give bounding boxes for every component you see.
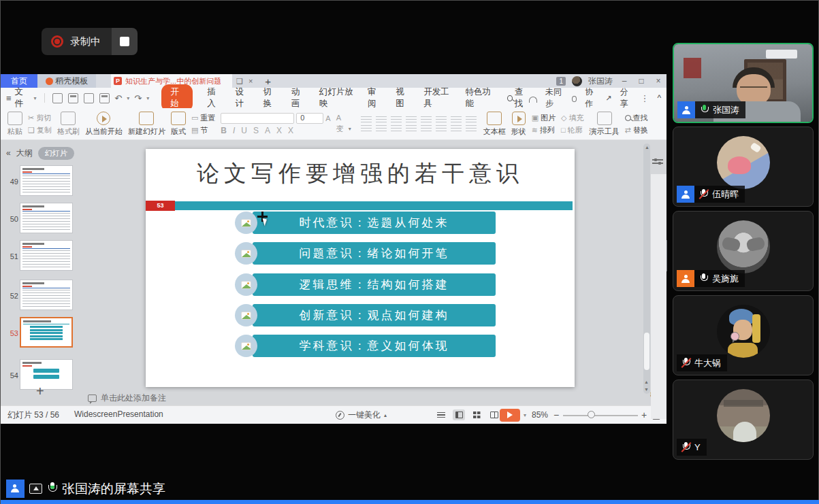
participant-tile-y[interactable]: Y: [673, 380, 814, 460]
font-size-input[interactable]: 0: [296, 113, 323, 124]
notes-bar[interactable]: 单击此处添加备注: [88, 392, 166, 404]
slide-thumbnail-53-selected[interactable]: [20, 317, 73, 348]
print-icon[interactable]: [84, 93, 94, 103]
outline-button[interactable]: □轮廓: [561, 125, 583, 135]
text-box-button[interactable]: 文本框: [483, 112, 506, 137]
superscript-button[interactable]: X: [276, 126, 282, 135]
paragraph-alignment-group[interactable]: [361, 116, 477, 132]
collapse-panel-icon[interactable]: «: [6, 148, 11, 158]
print-preview-icon[interactable]: [99, 93, 110, 103]
find-menu[interactable]: 查找: [507, 86, 530, 110]
shrink-font-icon[interactable]: A: [336, 114, 341, 122]
bold-button[interactable]: B: [221, 126, 227, 135]
text-transform-button[interactable]: 变▾: [336, 124, 354, 134]
sync-status[interactable]: 未同步: [545, 86, 564, 110]
stop-recording-button[interactable]: [112, 28, 138, 55]
new-slide-button[interactable]: 新建幻灯片: [128, 112, 165, 137]
play-options-caret-icon[interactable]: ▾: [524, 412, 526, 418]
zoom-in-button[interactable]: +: [641, 409, 647, 420]
paste-button[interactable]: 粘贴: [7, 112, 22, 137]
normal-view-button[interactable]: [453, 409, 465, 420]
tab-devtools[interactable]: 开发工具: [423, 86, 451, 110]
beautify-button[interactable]: 一键美化 ▴: [336, 409, 387, 421]
next-slide-icon[interactable]: ▼: [644, 387, 649, 392]
replace-button[interactable]: ⇄替换: [625, 125, 648, 135]
zoom-slider-knob[interactable]: [588, 411, 595, 418]
slides-tab[interactable]: 幻灯片: [38, 147, 74, 160]
tab-docer-templates[interactable]: 稻壳模板: [37, 74, 96, 88]
font-name-input[interactable]: [221, 113, 294, 124]
notification-badge[interactable]: 1: [556, 77, 566, 86]
scrollbar-thumb[interactable]: [644, 333, 649, 370]
slideshow-play-button[interactable]: [500, 409, 520, 422]
slide-thumbnail-54[interactable]: [20, 359, 73, 390]
strike-button[interactable]: S: [253, 126, 259, 135]
tab-start[interactable]: 开始: [161, 84, 193, 112]
minimize-button[interactable]: –: [619, 76, 630, 86]
section-button[interactable]: ▤节: [191, 125, 215, 135]
account-avatar[interactable]: [572, 76, 582, 86]
undo-caret-icon[interactable]: ▾: [127, 95, 129, 101]
picture-button[interactable]: ▣图片: [532, 113, 556, 123]
copy-button[interactable]: ❑复制: [28, 125, 52, 135]
participant-tile-zhangguotao[interactable]: 张国涛: [673, 43, 814, 123]
present-tools-button[interactable]: 演示工具: [590, 112, 620, 137]
shapes-button[interactable]: 形状: [511, 112, 526, 137]
object-properties-icon[interactable]: [652, 157, 663, 168]
previous-slide-icon[interactable]: ▲: [644, 380, 649, 384]
participant-tile-wuqinghui[interactable]: 伍晴晖: [673, 127, 814, 207]
participant-tile-wuyini[interactable]: 吴旖旎: [673, 211, 814, 291]
reading-view-button[interactable]: [488, 409, 500, 420]
scroll-up-icon[interactable]: ▲: [645, 145, 649, 150]
italic-button[interactable]: I: [233, 126, 235, 135]
format-painter-button[interactable]: 格式刷: [57, 112, 80, 137]
layout-button[interactable]: 版式: [171, 112, 186, 137]
share-button[interactable]: 分享: [620, 86, 632, 110]
output-icon[interactable]: [68, 93, 78, 103]
redo-icon[interactable]: ↷: [134, 93, 142, 103]
tab-design[interactable]: 设计: [235, 86, 248, 110]
undo-icon[interactable]: ↶: [114, 93, 122, 103]
slide-scrollbar[interactable]: ▲ ▲ ▼: [643, 144, 650, 394]
participant-tile-niudaguo[interactable]: 牛大锅: [673, 295, 814, 375]
slide-thumbnail-51[interactable]: [20, 240, 73, 271]
subscript-button[interactable]: X: [288, 126, 293, 135]
zoom-out-button[interactable]: −: [553, 409, 559, 420]
file-menu[interactable]: 文件: [15, 86, 30, 110]
add-slide-button[interactable]: +: [36, 384, 44, 399]
play-from-current-button[interactable]: 从当前开始: [85, 112, 123, 137]
tab-special-features[interactable]: 特色功能: [466, 86, 493, 110]
zoom-slider-track[interactable]: [563, 415, 638, 416]
more-options-icon[interactable]: ⋮: [640, 93, 649, 103]
underline-button[interactable]: U: [241, 126, 247, 135]
close-button[interactable]: ×: [653, 76, 664, 86]
notes-toggle-icon[interactable]: [435, 409, 447, 420]
slide-thumbnail-49[interactable]: [20, 165, 73, 196]
font-color-button[interactable]: A: [265, 126, 270, 135]
hamburger-icon[interactable]: ≡: [6, 93, 12, 103]
cut-button[interactable]: ✂剪切: [28, 113, 52, 123]
collapse-ribbon-icon[interactable]: ^: [657, 93, 661, 103]
tab-view[interactable]: 视图: [396, 86, 409, 110]
reset-button[interactable]: ▭重置: [191, 113, 215, 123]
slide-canvas[interactable]: 论文写作要增强的若干意识 53 时代意识：选题从何处来 问题意识：绪论如何开笔 …: [146, 149, 575, 387]
fill-button[interactable]: ◇填充: [561, 113, 583, 123]
tab-transition[interactable]: 切换: [263, 86, 277, 110]
save-icon[interactable]: [52, 93, 63, 103]
more-caret-icon[interactable]: ▾: [146, 95, 149, 101]
zoom-level[interactable]: 85%: [532, 410, 548, 420]
arrange-button[interactable]: ≋排列: [532, 125, 556, 135]
grow-font-icon[interactable]: A: [325, 114, 330, 122]
outline-tab[interactable]: 大纲: [16, 148, 33, 159]
restore-button[interactable]: □: [636, 76, 647, 86]
slide-sorter-view-button[interactable]: [470, 409, 483, 420]
toolbar-find-button[interactable]: 查找: [625, 113, 648, 123]
slide-thumbnail-52[interactable]: [20, 280, 73, 310]
collaborate-button[interactable]: 协作: [585, 86, 597, 110]
tab-home[interactable]: 首页: [1, 74, 37, 88]
tab-slideshow[interactable]: 幻灯片放映: [319, 86, 353, 110]
tab-insert[interactable]: 插入: [207, 86, 221, 110]
tab-animation[interactable]: 动画: [291, 86, 305, 110]
slide-thumbnail-50[interactable]: [20, 203, 73, 233]
tab-review[interactable]: 审阅: [368, 86, 381, 110]
